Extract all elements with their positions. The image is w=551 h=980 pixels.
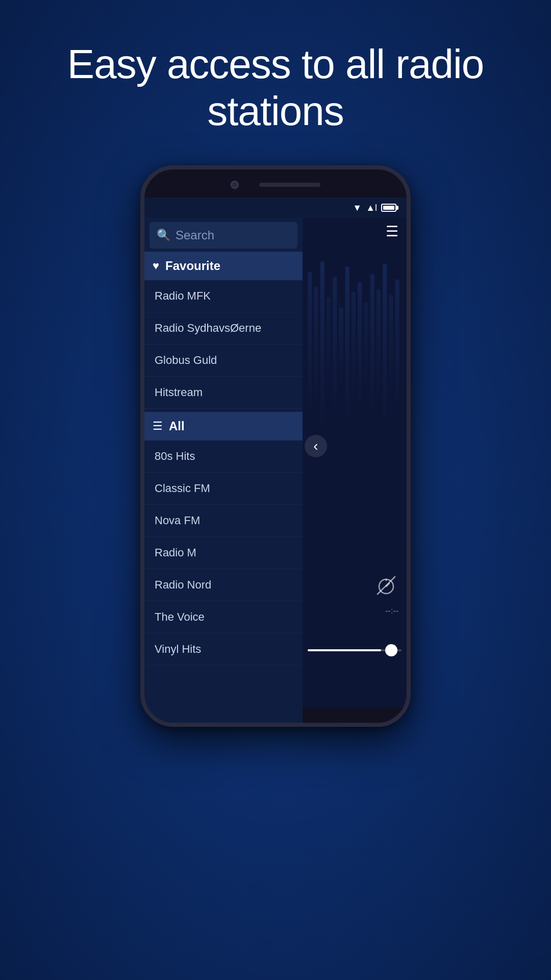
nav-panel: 🔍 Search ♥ Favourite Radio MFK Radio Syd… — [144, 169, 303, 723]
svg-rect-13 — [389, 295, 393, 402]
svg-rect-2 — [320, 261, 324, 435]
search-placeholder-text: Search — [176, 228, 214, 242]
svg-rect-8 — [358, 282, 362, 414]
svg-rect-3 — [327, 297, 331, 399]
all-label: All — [169, 419, 185, 433]
slider-thumb[interactable] — [385, 644, 397, 656]
svg-rect-11 — [377, 289, 381, 407]
svg-rect-12 — [383, 264, 387, 432]
camera-dot — [231, 181, 239, 189]
phone-screen: ▼ ▲l 🔍 Search ♥ Favourite Radio MFK Ra — [144, 169, 407, 723]
svg-rect-0 — [308, 272, 312, 425]
favourite-section-header[interactable]: ♥ Favourite — [144, 252, 303, 280]
speaker-bar — [259, 183, 320, 187]
waveform-visualization — [303, 246, 407, 450]
all-section-header[interactable]: ☰ All — [144, 412, 303, 440]
svg-rect-6 — [345, 266, 349, 430]
wifi-icon: ▼ — [353, 203, 362, 213]
phone-shell: ▼ ▲l 🔍 Search ♥ Favourite Radio MFK Ra — [140, 165, 411, 727]
list-item[interactable]: Radio MFK — [144, 280, 303, 312]
svg-rect-7 — [352, 292, 356, 404]
list-item[interactable]: Hitstream — [144, 377, 303, 409]
list-item[interactable]: Nova FM — [144, 505, 303, 537]
favourite-label: Favourite — [165, 259, 220, 273]
slider-track — [308, 649, 402, 651]
search-bar[interactable]: 🔍 Search — [149, 222, 297, 249]
list-icon: ☰ — [153, 420, 163, 433]
list-item[interactable]: Globus Guld — [144, 345, 303, 377]
hero-title: Easy access to all radio stations — [0, 41, 551, 135]
chevron-left-icon: ‹ — [313, 438, 318, 454]
list-item[interactable]: 80s Hits — [144, 440, 303, 473]
status-bar: ▼ ▲l — [144, 198, 407, 218]
list-item[interactable]: Vinyl Hits — [144, 633, 303, 666]
list-item[interactable]: Radio Nord — [144, 569, 303, 601]
collapse-panel-button[interactable]: ‹ — [305, 435, 327, 457]
right-panel: ☰ — [303, 169, 407, 723]
volume-slider[interactable] — [308, 649, 402, 651]
battery-icon — [381, 204, 396, 212]
phone-notch — [144, 169, 407, 200]
list-item[interactable]: Radio M — [144, 537, 303, 569]
svg-rect-5 — [339, 307, 343, 389]
svg-rect-4 — [333, 277, 337, 420]
timer-icon — [376, 575, 396, 600]
slider-fill — [308, 649, 381, 651]
svg-rect-14 — [395, 279, 399, 417]
signal-icon: ▲l — [366, 203, 377, 213]
list-item[interactable]: Radio SydhavsØerne — [144, 312, 303, 345]
heart-icon: ♥ — [153, 259, 159, 273]
list-item[interactable]: Classic FM — [144, 473, 303, 505]
hamburger-menu-button[interactable]: ☰ — [386, 223, 398, 240]
search-icon: 🔍 — [157, 229, 170, 242]
phone-mockup: ▼ ▲l 🔍 Search ♥ Favourite Radio MFK Ra — [140, 165, 411, 727]
svg-rect-9 — [364, 302, 368, 394]
svg-rect-10 — [370, 274, 374, 422]
svg-rect-1 — [314, 287, 318, 409]
timer-time-text: --:-- — [385, 606, 398, 616]
list-item[interactable]: The Voice — [144, 601, 303, 633]
